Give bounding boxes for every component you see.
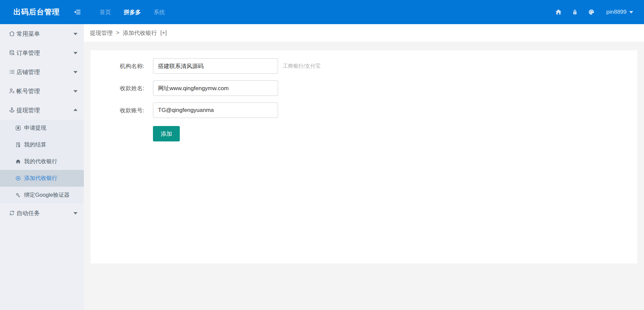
- sidebar-item-add-collection-bank[interactable]: 添加代收银行: [0, 170, 84, 187]
- breadcrumb-current[interactable]: 添加代收银行: [123, 29, 157, 37]
- navbar-right-tools: pin8899: [555, 8, 644, 16]
- institution-name-label: 机构名称:: [91, 62, 153, 70]
- caret-down-icon: [73, 71, 77, 73]
- nav-item-home[interactable]: 首页: [93, 0, 117, 24]
- navbar-menu: 首页 拼多多 系统: [93, 0, 171, 24]
- payee-name-input[interactable]: [153, 80, 278, 96]
- home-icon: [555, 8, 562, 16]
- palette-icon: [588, 8, 595, 16]
- sidebar-toggle-button[interactable]: [70, 0, 84, 24]
- sidebar-item-common-menu[interactable]: 常用菜单: [0, 24, 84, 43]
- theme-button[interactable]: [588, 8, 595, 16]
- plus-circle-icon: [15, 175, 21, 181]
- main-area: 提现管理 > 添加代收银行 [+] 机构名称: 工商银行/支付宝 收款姓名: 收…: [84, 24, 644, 310]
- caret-down-icon: [73, 212, 77, 214]
- list-icon: [9, 69, 15, 75]
- lock-button[interactable]: [571, 8, 579, 16]
- sidebar-item-my-collection-banks[interactable]: 我的代收银行: [0, 153, 84, 170]
- caret-up-icon: [73, 109, 77, 111]
- user-caret-down-icon: [629, 11, 633, 13]
- file-gear-icon: [15, 142, 21, 148]
- sidebar-item-apply-withdraw[interactable]: 申请提现: [0, 120, 84, 136]
- institution-name-input[interactable]: [153, 58, 278, 74]
- home-button[interactable]: [555, 8, 562, 16]
- form-row-institution-name: 机构名称: 工商银行/支付宝: [91, 58, 637, 74]
- institution-name-hint: 工商银行/支付宝: [283, 63, 321, 70]
- form-row-payee-account: 收款账号:: [91, 103, 637, 118]
- sync-icon: [9, 210, 15, 216]
- puzzle-icon: [15, 125, 21, 131]
- home-outline-icon: [9, 30, 15, 37]
- payee-account-label: 收款账号:: [91, 107, 153, 114]
- form-actions: 添加: [153, 126, 637, 141]
- user-menu[interactable]: pin8899: [606, 9, 633, 15]
- nav-item-system[interactable]: 系统: [147, 0, 171, 24]
- breadcrumb-separator: >: [116, 29, 119, 36]
- caret-down-icon: [73, 52, 77, 54]
- anchor-icon: [9, 107, 15, 113]
- key-icon: [15, 192, 21, 198]
- breadcrumb-suffix: [+]: [160, 29, 167, 36]
- content-background: 机构名称: 工商银行/支付宝 收款姓名: 收款账号: 添加: [84, 42, 644, 263]
- sidebar-item-auto-tasks[interactable]: 自动任务: [0, 203, 84, 223]
- sidebar-item-order-management[interactable]: 订单管理: [0, 43, 84, 62]
- sidebar-item-my-settlement[interactable]: 我的结算: [0, 136, 84, 153]
- withdraw-submenu: 申请提现 我的结算 我的代收银行: [0, 120, 84, 203]
- home-solid-icon: [15, 159, 21, 165]
- database-icon: [9, 50, 15, 56]
- breadcrumb: 提现管理 > 添加代收银行 [+]: [84, 24, 644, 42]
- app-title: 出码后台管理: [0, 7, 70, 17]
- sidebar: 常用菜单 订单管理 店铺管理: [0, 24, 84, 310]
- sidebar-item-withdraw-management[interactable]: 提现管理: [0, 101, 84, 120]
- breadcrumb-parent[interactable]: 提现管理: [90, 29, 113, 37]
- add-bank-form-panel: 机构名称: 工商银行/支付宝 收款姓名: 收款账号: 添加: [91, 50, 637, 263]
- sidebar-item-bind-google-auth[interactable]: 绑定Google验证器: [0, 187, 84, 203]
- payee-account-input[interactable]: [153, 103, 278, 118]
- payee-name-label: 收款姓名:: [91, 84, 153, 92]
- add-button[interactable]: 添加: [153, 126, 180, 141]
- lock-icon: [572, 8, 578, 16]
- nav-item-pinduoduo[interactable]: 拼多多: [117, 0, 147, 24]
- top-navbar: 出码后台管理 首页 拼多多 系统: [0, 0, 644, 24]
- sidebar-toggle-icon: [73, 8, 81, 16]
- caret-down-icon: [73, 90, 77, 92]
- caret-down-icon: [73, 33, 77, 35]
- users-icon: [9, 88, 15, 94]
- sidebar-item-account-management[interactable]: 帐号管理: [0, 81, 84, 101]
- sidebar-item-shop-management[interactable]: 店铺管理: [0, 62, 84, 81]
- username-label: pin8899: [606, 9, 627, 15]
- form-row-payee-name: 收款姓名:: [91, 80, 637, 96]
